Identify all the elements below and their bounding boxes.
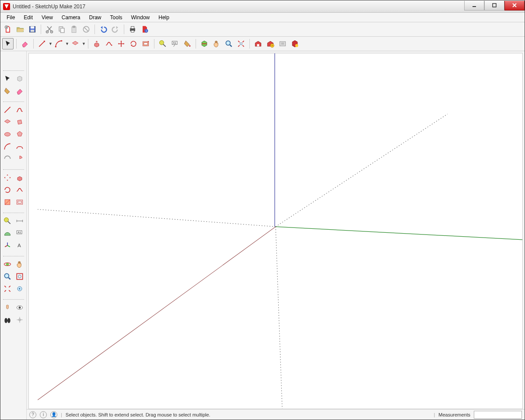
side-3d-text-icon[interactable]: A xyxy=(14,240,25,251)
side-tape-measure-icon[interactable] xyxy=(2,215,13,227)
side-dimension-icon[interactable] xyxy=(14,215,25,227)
svg-rect-18 xyxy=(131,31,134,32)
measurements-input[interactable] xyxy=(474,411,522,419)
side-freehand-icon[interactable] xyxy=(14,104,25,116)
side-axes-icon[interactable] xyxy=(2,240,13,251)
line-tool-icon[interactable] xyxy=(36,38,48,49)
side-move-icon[interactable] xyxy=(2,172,13,183)
section-plane-icon[interactable] xyxy=(199,38,210,49)
redo-icon[interactable] xyxy=(110,24,121,35)
side-previous-icon[interactable] xyxy=(14,283,25,294)
side-rotated-rect-icon[interactable] xyxy=(14,116,25,128)
standard-toolbar: i xyxy=(0,22,525,37)
menu-file[interactable]: File xyxy=(2,14,19,21)
model-info-icon[interactable]: i xyxy=(139,24,150,35)
side-rotate-icon[interactable] xyxy=(2,184,13,196)
svg-point-28 xyxy=(189,45,190,46)
extension-warehouse-icon[interactable] xyxy=(289,38,301,49)
delete-icon[interactable] xyxy=(80,24,92,35)
svg-point-51 xyxy=(18,307,21,309)
select-tool-icon[interactable] xyxy=(2,38,14,49)
side-zoom-window-icon[interactable] xyxy=(14,271,25,282)
side-circle-icon[interactable] xyxy=(2,129,13,140)
side-orbit-icon[interactable] xyxy=(2,259,13,270)
menu-draw[interactable]: Draw xyxy=(85,14,106,21)
side-text-icon[interactable]: A1 xyxy=(14,228,25,239)
3d-viewport[interactable] xyxy=(28,53,523,409)
menubar: File Edit View Camera Draw Tools Window … xyxy=(0,13,525,22)
side-paint-bucket-icon[interactable] xyxy=(2,85,13,97)
cut-icon[interactable] xyxy=(44,24,55,35)
menu-camera[interactable]: Camera xyxy=(57,14,85,21)
open-file-icon[interactable] xyxy=(14,24,26,35)
tape-measure-icon[interactable] xyxy=(157,38,168,49)
paint-bucket-icon[interactable] xyxy=(182,38,193,49)
maximize-button[interactable] xyxy=(484,1,504,10)
share-model-icon[interactable] xyxy=(277,38,288,49)
app-window: Untitled - SketchUp Make 2017 File Edit … xyxy=(0,0,525,420)
move-tool-icon[interactable] xyxy=(116,38,127,49)
menu-window[interactable]: Window xyxy=(127,14,154,21)
side-zoom-extents-icon[interactable] xyxy=(2,283,13,294)
side-protractor-icon[interactable] xyxy=(2,228,13,239)
side-make-component-icon[interactable] xyxy=(14,73,25,84)
svg-rect-33 xyxy=(280,42,285,46)
rectangle-tool-icon[interactable] xyxy=(70,38,81,49)
zoom-extents-icon[interactable] xyxy=(235,38,247,49)
svg-line-15 xyxy=(84,28,88,31)
new-file-icon[interactable] xyxy=(2,24,14,35)
svg-rect-13 xyxy=(73,26,75,28)
menu-view[interactable]: View xyxy=(37,14,57,21)
pan-tool-icon[interactable] xyxy=(211,38,222,49)
shape-dropdown-icon[interactable]: ▼ xyxy=(82,42,85,46)
menu-edit[interactable]: Edit xyxy=(19,14,37,21)
side-position-camera-icon[interactable] xyxy=(2,302,13,313)
user-icon[interactable]: 👤 xyxy=(50,411,57,418)
line-dropdown-icon[interactable]: ▼ xyxy=(49,42,52,46)
side-polygon-icon[interactable] xyxy=(14,129,25,140)
side-line-icon[interactable] xyxy=(2,104,13,116)
svg-point-35 xyxy=(4,133,10,136)
menu-tools[interactable]: Tools xyxy=(106,14,127,21)
text-tool-icon[interactable]: A1 xyxy=(169,38,181,49)
arc-tool-icon[interactable] xyxy=(53,38,64,49)
arc-dropdown-icon[interactable]: ▼ xyxy=(65,42,69,46)
svg-rect-37 xyxy=(17,200,22,204)
3d-warehouse-icon[interactable] xyxy=(252,38,264,49)
print-icon[interactable] xyxy=(127,24,138,35)
side-pie-icon[interactable] xyxy=(14,153,25,164)
info-icon[interactable]: i xyxy=(40,411,47,418)
side-2pt-arc-icon[interactable] xyxy=(14,141,25,152)
push-pull-icon[interactable] xyxy=(91,38,102,49)
add-location-icon[interactable] xyxy=(265,38,276,49)
close-button[interactable] xyxy=(504,1,525,10)
side-rectangle-icon[interactable] xyxy=(2,116,13,128)
side-scale-icon[interactable] xyxy=(2,196,13,208)
side-section-icon[interactable] xyxy=(14,314,25,326)
side-select-icon[interactable] xyxy=(2,73,13,84)
help-icon[interactable]: ? xyxy=(29,411,36,418)
side-follow-me-icon[interactable] xyxy=(14,184,25,196)
svg-rect-1 xyxy=(493,4,496,7)
follow-me-icon[interactable] xyxy=(103,38,115,49)
side-look-around-icon[interactable] xyxy=(14,302,25,313)
side-zoom-icon[interactable] xyxy=(2,271,13,282)
copy-icon[interactable] xyxy=(56,24,67,35)
side-arc-icon[interactable] xyxy=(2,141,13,152)
side-walk-icon[interactable] xyxy=(2,314,13,326)
side-pan-icon[interactable] xyxy=(14,259,25,270)
menu-help[interactable]: Help xyxy=(154,14,174,21)
rotate-tool-icon[interactable] xyxy=(128,38,139,49)
svg-point-53 xyxy=(7,318,10,323)
side-eraser-icon[interactable] xyxy=(14,85,25,97)
side-3pt-arc-icon[interactable] xyxy=(2,153,13,164)
side-offset-icon[interactable] xyxy=(14,196,25,208)
paste-icon[interactable] xyxy=(68,24,80,35)
save-file-icon[interactable] xyxy=(27,24,38,35)
side-push-pull-icon[interactable] xyxy=(14,172,25,183)
undo-icon[interactable] xyxy=(98,24,109,35)
eraser-icon[interactable] xyxy=(19,38,31,49)
minimize-button[interactable] xyxy=(464,1,484,10)
offset-tool-icon[interactable] xyxy=(140,38,151,49)
zoom-tool-icon[interactable] xyxy=(223,38,234,49)
